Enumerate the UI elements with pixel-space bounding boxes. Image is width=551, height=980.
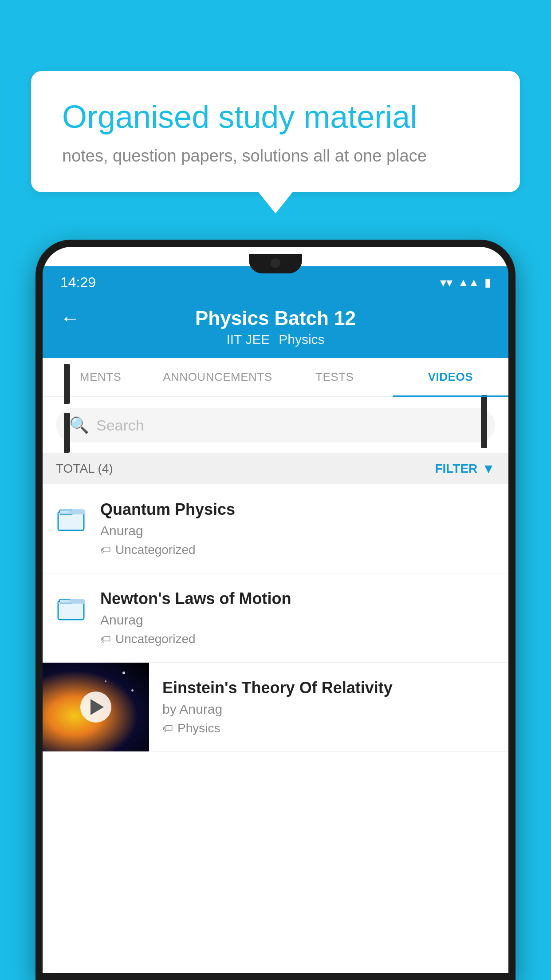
einstein-info: Einstein's Theory Of Relativity by Anura… <box>162 663 508 751</box>
back-button[interactable]: ← <box>60 307 80 329</box>
tab-videos[interactable]: VIDEOS <box>393 358 508 396</box>
header-subtitle: IIT JEE Physics <box>60 332 491 347</box>
status-icons: ▾▾ ▲▲ ▮ <box>440 275 491 290</box>
tab-ments[interactable]: MENTS <box>43 358 158 396</box>
video-author: Anurag <box>100 523 495 538</box>
filter-label: FILTER <box>435 462 477 476</box>
filter-icon: ▼ <box>482 461 495 476</box>
video-author: Anurag <box>100 612 495 628</box>
signal-icon: ▲▲ <box>458 276 479 288</box>
speech-bubble: Organised study material notes, question… <box>31 71 520 192</box>
app-header: ← Physics Batch 12 IIT JEE Physics <box>43 298 508 358</box>
video-title: Newton's Laws of Motion <box>100 589 495 608</box>
camera <box>271 258 280 268</box>
search-container: 🔍 Search <box>43 397 508 453</box>
status-time: 14:29 <box>60 274 96 291</box>
video-item-info: Quantum Physics Anurag 🏷 Uncategorized <box>100 500 495 557</box>
tab-bar: MENTS ANNOUNCEMENTS TESTS VIDEOS <box>43 358 508 397</box>
header-top: ← Physics Batch 12 <box>60 307 491 329</box>
list-item[interactable]: Einstein's Theory Of Relativity by Anura… <box>43 663 508 752</box>
videos-list: Quantum Physics Anurag 🏷 Uncategorized <box>43 484 508 973</box>
video-title: Einstein's Theory Of Relativity <box>162 679 495 697</box>
tab-announcements[interactable]: ANNOUNCEMENTS <box>158 358 276 396</box>
folder-icon <box>56 591 87 624</box>
video-tag: 🏷 Uncategorized <box>100 632 495 646</box>
video-title: Quantum Physics <box>100 500 495 519</box>
wifi-icon: ▾▾ <box>440 275 453 290</box>
notch <box>249 254 302 273</box>
bubble-title: Organised study material <box>62 98 489 136</box>
filter-button[interactable]: FILTER ▼ <box>435 461 495 476</box>
list-item[interactable]: Quantum Physics Anurag 🏷 Uncategorized <box>43 484 508 573</box>
battery-icon: ▮ <box>484 276 491 289</box>
search-icon: 🔍 <box>69 416 89 435</box>
video-item-info: Newton's Laws of Motion Anurag 🏷 Uncateg… <box>100 589 495 646</box>
play-button[interactable] <box>80 692 111 723</box>
video-tag: 🏷 Uncategorized <box>100 543 495 557</box>
phone-frame: 14:29 ▾▾ ▲▲ ▮ ← Physics Batch 12 IIT JEE… <box>35 240 516 980</box>
search-placeholder: Search <box>96 417 144 434</box>
header-tag-physics: Physics <box>279 332 324 347</box>
power-button <box>481 395 487 448</box>
tag-icon: 🏷 <box>100 544 111 556</box>
folder-icon <box>56 502 87 535</box>
page-title: Physics Batch 12 <box>195 307 356 329</box>
phone-screen: 14:29 ▾▾ ▲▲ ▮ ← Physics Batch 12 IIT JEE… <box>43 247 508 973</box>
video-tag: 🏷 Physics <box>162 721 495 735</box>
video-author: by Anurag <box>162 702 495 717</box>
filter-bar: TOTAL (4) FILTER ▼ <box>43 453 508 484</box>
tag-icon: 🏷 <box>162 722 173 735</box>
list-item[interactable]: Newton's Laws of Motion Anurag 🏷 Uncateg… <box>43 573 508 663</box>
search-bar[interactable]: 🔍 Search <box>56 408 495 443</box>
tab-tests[interactable]: TESTS <box>277 358 393 396</box>
total-count: TOTAL (4) <box>56 462 113 476</box>
play-triangle-icon <box>91 699 104 715</box>
bubble-subtitle: notes, question papers, solutions all at… <box>62 146 489 166</box>
video-thumbnail <box>43 663 149 751</box>
tag-icon: 🏷 <box>100 633 111 645</box>
header-tag-iitjee: IIT JEE <box>226 332 270 347</box>
vol-down-button <box>64 413 70 453</box>
